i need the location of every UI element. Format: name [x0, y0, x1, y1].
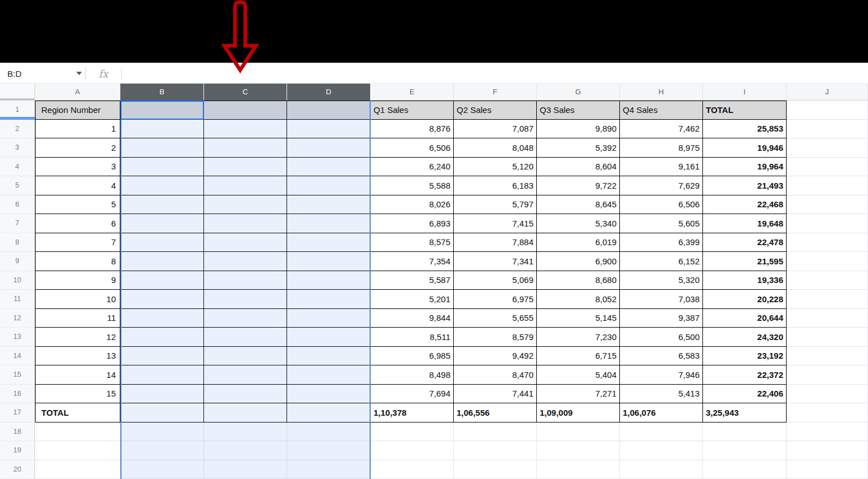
cell-G13[interactable]: 7,230: [537, 328, 620, 347]
cell-G9[interactable]: 6,900: [537, 252, 620, 271]
row-header-4[interactable]: 4: [0, 158, 35, 177]
cell-A7[interactable]: 6: [35, 214, 120, 233]
cell-D3[interactable]: [287, 138, 371, 158]
cell-E6[interactable]: 8,026: [371, 195, 454, 215]
cell-H15[interactable]: 7,946: [620, 365, 703, 385]
cell-H9[interactable]: 6,152: [620, 252, 703, 271]
row-header-9[interactable]: 9: [0, 252, 35, 271]
row-header-5[interactable]: 5: [0, 176, 35, 195]
cell-B2[interactable]: [120, 120, 204, 139]
cell-C9[interactable]: [204, 252, 287, 271]
cell-J2[interactable]: [787, 120, 868, 139]
cell-H19[interactable]: [620, 441, 703, 460]
cell-E16[interactable]: 7,694: [371, 385, 454, 404]
cell-D2[interactable]: [287, 120, 371, 139]
cell-F11[interactable]: 6,975: [454, 290, 537, 309]
row-header-8[interactable]: 8: [0, 233, 35, 252]
row-header-6[interactable]: 6: [0, 195, 35, 215]
cell-D4[interactable]: [287, 158, 371, 177]
cell-I5[interactable]: 21,493: [703, 176, 787, 195]
cell-B18[interactable]: [120, 423, 204, 442]
column-header-I[interactable]: I: [703, 84, 787, 101]
cell-D19[interactable]: [287, 441, 371, 460]
cell-F5[interactable]: 6,183: [454, 176, 537, 195]
cell-G7[interactable]: 5,340: [537, 214, 620, 233]
cell-C16[interactable]: [204, 385, 287, 404]
cell-F16[interactable]: 7,441: [454, 385, 537, 404]
cell-I3[interactable]: 19,946: [703, 138, 787, 158]
cell-E8[interactable]: 8,575: [371, 233, 454, 252]
cell-D7[interactable]: [287, 214, 371, 233]
cell-G18[interactable]: [537, 423, 620, 442]
cell-D11[interactable]: [287, 290, 371, 309]
cell-B6[interactable]: [120, 195, 204, 215]
cell-F17[interactable]: 1,06,556: [454, 403, 537, 423]
cell-H5[interactable]: 7,629: [620, 176, 703, 195]
cell-G5[interactable]: 9,722: [537, 176, 620, 195]
cell-I6[interactable]: 22,468: [703, 195, 787, 215]
cell-E14[interactable]: 6,985: [371, 347, 454, 366]
cell-E12[interactable]: 9,844: [371, 309, 454, 328]
cell-G11[interactable]: 8,052: [537, 290, 620, 309]
cell-J6[interactable]: [787, 195, 868, 215]
cell-G3[interactable]: 5,392: [537, 138, 620, 158]
row-header-11[interactable]: 11: [0, 290, 35, 309]
cell-D17[interactable]: [287, 403, 371, 423]
cell-F3[interactable]: 8,048: [454, 138, 537, 158]
cell-E2[interactable]: 8,876: [371, 120, 454, 139]
cell-F7[interactable]: 7,415: [454, 214, 537, 233]
cell-A14[interactable]: 13: [35, 347, 120, 366]
cell-B3[interactable]: [120, 138, 204, 158]
cell-I10[interactable]: 19,336: [703, 271, 787, 290]
cell-J19[interactable]: [787, 441, 868, 460]
cell-D9[interactable]: [287, 252, 371, 271]
select-all-corner[interactable]: [0, 84, 35, 101]
cell-C15[interactable]: [204, 365, 287, 385]
cell-B20[interactable]: [120, 460, 204, 479]
cell-B1[interactable]: [120, 101, 204, 120]
cell-E11[interactable]: 5,201: [371, 290, 454, 309]
cell-D15[interactable]: [287, 365, 371, 385]
cell-J10[interactable]: [787, 271, 868, 290]
cell-H17[interactable]: 1,06,076: [620, 403, 703, 423]
cell-H18[interactable]: [620, 423, 703, 442]
column-header-A[interactable]: A: [35, 84, 120, 101]
cell-H13[interactable]: 6,500: [620, 328, 703, 347]
cell-B14[interactable]: [120, 347, 204, 366]
cell-E17[interactable]: 1,10,378: [371, 403, 454, 423]
cell-J9[interactable]: [787, 252, 868, 271]
cell-C19[interactable]: [204, 441, 287, 460]
cell-H16[interactable]: 5,413: [620, 385, 703, 404]
cell-H4[interactable]: 9,161: [620, 158, 703, 177]
cell-G2[interactable]: 9,890: [537, 120, 620, 139]
cell-F12[interactable]: 5,655: [454, 309, 537, 328]
cell-E4[interactable]: 6,240: [371, 158, 454, 177]
cell-F19[interactable]: [454, 441, 537, 460]
cell-E1[interactable]: Q1 Sales: [371, 101, 454, 120]
cell-E10[interactable]: 5,587: [371, 271, 454, 290]
cell-D18[interactable]: [287, 423, 371, 442]
cell-A20[interactable]: [35, 460, 120, 479]
row-header-15[interactable]: 15: [0, 365, 35, 385]
cell-J12[interactable]: [787, 309, 868, 328]
cell-B11[interactable]: [120, 290, 204, 309]
column-header-H[interactable]: H: [620, 84, 703, 101]
cell-F9[interactable]: 7,341: [454, 252, 537, 271]
cell-C3[interactable]: [204, 138, 287, 158]
chevron-down-icon[interactable]: [76, 72, 82, 75]
cell-A11[interactable]: 10: [35, 290, 120, 309]
column-header-B[interactable]: B: [120, 84, 204, 101]
cell-E9[interactable]: 7,354: [371, 252, 454, 271]
cell-E15[interactable]: 8,498: [371, 365, 454, 385]
cell-B9[interactable]: [120, 252, 204, 271]
row-header-20[interactable]: 20: [0, 460, 35, 479]
cell-I4[interactable]: 19,964: [703, 158, 787, 177]
cell-I12[interactable]: 20,644: [703, 309, 787, 328]
cell-J17[interactable]: [787, 403, 868, 423]
cell-G8[interactable]: 6,019: [537, 233, 620, 252]
cell-E7[interactable]: 6,893: [371, 214, 454, 233]
cell-G6[interactable]: 8,645: [537, 195, 620, 215]
cell-J16[interactable]: [787, 385, 868, 404]
cell-D10[interactable]: [287, 271, 371, 290]
cell-G15[interactable]: 5,404: [537, 365, 620, 385]
